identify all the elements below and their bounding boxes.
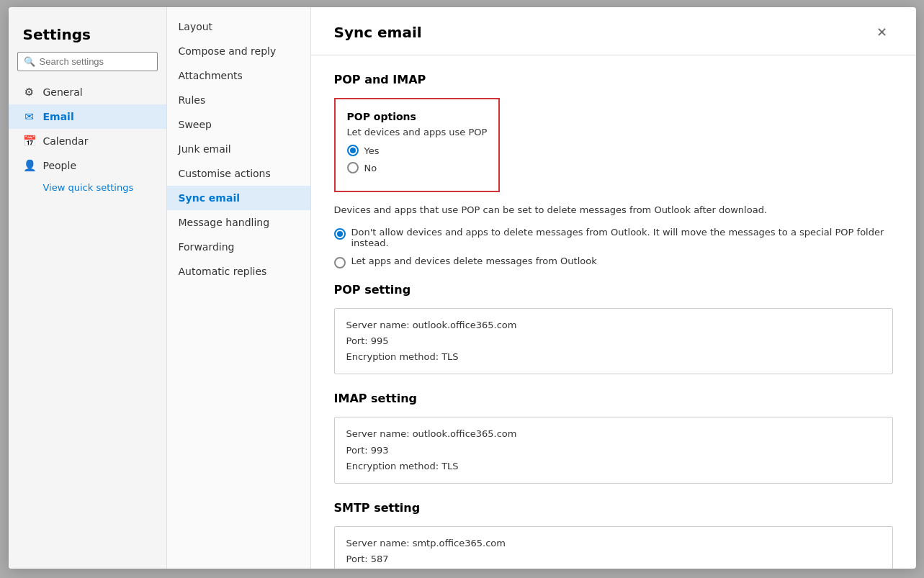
delete-label-2: Let apps and devices delete messages fro…	[351, 256, 597, 266]
settings-panel: Settings 🔍 ⚙ General ✉ Email 📅 Calendar	[9, 7, 916, 569]
imap-encryption: Encryption method: TLS	[346, 459, 881, 474]
panel-layout: Settings 🔍 ⚙ General ✉ Email 📅 Calendar	[9, 7, 916, 569]
sidebar-label-calendar: Calendar	[43, 135, 89, 147]
sidebar-label-general: General	[43, 86, 83, 98]
midnav-sync[interactable]: Sync email	[167, 186, 310, 210]
imap-setting-box: Server name: outlook.office365.com Port:…	[334, 417, 893, 483]
sidebar-item-email[interactable]: ✉ Email	[9, 104, 166, 129]
pop-encryption: Encryption method: TLS	[346, 349, 881, 365]
sidebar-label-email: Email	[43, 111, 74, 122]
smtp-server: Server name: smtp.office365.com	[346, 536, 881, 551]
imap-port: Port: 993	[346, 443, 881, 459]
page-title: Sync email	[334, 24, 422, 41]
smtp-setting-title: SMTP setting	[334, 501, 893, 515]
gear-icon: ⚙	[23, 86, 36, 99]
view-quick-settings-link[interactable]: View quick settings	[9, 178, 166, 197]
settings-title: Settings	[9, 14, 166, 52]
delete-options-group: Don't allow devices and apps to delete m…	[334, 227, 893, 268]
smtp-setting-box: Server name: smtp.office365.com Port: 58…	[334, 526, 893, 569]
people-icon: 👤	[23, 159, 36, 172]
main-header: Sync email ✕	[311, 7, 916, 55]
pop-no-option[interactable]: No	[347, 162, 488, 173]
close-button[interactable]: ✕	[871, 22, 893, 43]
content-body: POP and IMAP POP options Let devices and…	[311, 55, 916, 569]
search-input[interactable]	[40, 56, 151, 67]
delete-label-1: Don't allow devices and apps to delete m…	[351, 227, 893, 248]
delete-radio-2[interactable]	[334, 257, 346, 268]
pop-setting-box: Server name: outlook.office365.com Port:…	[334, 308, 893, 374]
pop-yes-radio[interactable]	[347, 145, 359, 156]
sidebar-item-general[interactable]: ⚙ General	[9, 80, 166, 104]
midnav-auto-replies[interactable]: Automatic replies	[167, 259, 310, 284]
mid-nav: Layout Compose and reply Attachments Rul…	[167, 7, 311, 569]
pop-options-box: POP options Let devices and apps use POP…	[334, 98, 501, 192]
pop-port: Port: 995	[346, 333, 881, 349]
email-icon: ✉	[23, 110, 36, 123]
pop-yes-option[interactable]: Yes	[347, 145, 488, 156]
pop-no-radio[interactable]	[347, 162, 359, 173]
delete-radio-1[interactable]	[334, 228, 346, 240]
midnav-message-handling[interactable]: Message handling	[167, 210, 310, 235]
smtp-port: Port: 587	[346, 551, 881, 567]
search-icon: 🔍	[24, 56, 35, 67]
smtp-encryption: Encryption method: STARTTLS	[346, 567, 881, 569]
imap-setting-section: IMAP setting Server name: outlook.office…	[334, 392, 893, 483]
main-content: Sync email ✕ POP and IMAP POP options Le…	[311, 7, 916, 569]
midnav-junk[interactable]: Junk email	[167, 137, 310, 161]
search-box[interactable]: 🔍	[17, 52, 158, 71]
pop-setting-title: POP setting	[334, 283, 893, 297]
pop-options-subtitle: Let devices and apps use POP	[347, 127, 488, 137]
pop-setting-section: POP setting Server name: outlook.office3…	[334, 283, 893, 374]
midnav-compose[interactable]: Compose and reply	[167, 39, 310, 63]
pop-description: Devices and apps that use POP can be set…	[334, 204, 893, 217]
calendar-icon: 📅	[23, 135, 36, 148]
pop-yes-label: Yes	[364, 145, 380, 156]
midnav-forwarding[interactable]: Forwarding	[167, 235, 310, 259]
midnav-attachments[interactable]: Attachments	[167, 63, 310, 88]
imap-server: Server name: outlook.office365.com	[346, 426, 881, 442]
pop-no-label: No	[364, 163, 377, 173]
sidebar-item-calendar[interactable]: 📅 Calendar	[9, 129, 166, 153]
delete-option-1[interactable]: Don't allow devices and apps to delete m…	[334, 227, 893, 248]
imap-setting-title: IMAP setting	[334, 392, 893, 405]
midnav-layout[interactable]: Layout	[167, 14, 310, 39]
sidebar: Settings 🔍 ⚙ General ✉ Email 📅 Calendar	[9, 7, 167, 569]
midnav-rules[interactable]: Rules	[167, 88, 310, 112]
midnav-customise[interactable]: Customise actions	[167, 161, 310, 186]
pop-server: Server name: outlook.office365.com	[346, 317, 881, 333]
delete-option-2[interactable]: Let apps and devices delete messages fro…	[334, 256, 893, 268]
sidebar-label-people: People	[43, 160, 77, 171]
midnav-sweep[interactable]: Sweep	[167, 112, 310, 137]
pop-options-title: POP options	[347, 111, 488, 122]
modal-overlay: Settings 🔍 ⚙ General ✉ Email 📅 Calendar	[0, 0, 924, 578]
pop-imap-section-title: POP and IMAP	[334, 73, 893, 86]
sidebar-item-people[interactable]: 👤 People	[9, 153, 166, 178]
smtp-setting-section: SMTP setting Server name: smtp.office365…	[334, 501, 893, 569]
